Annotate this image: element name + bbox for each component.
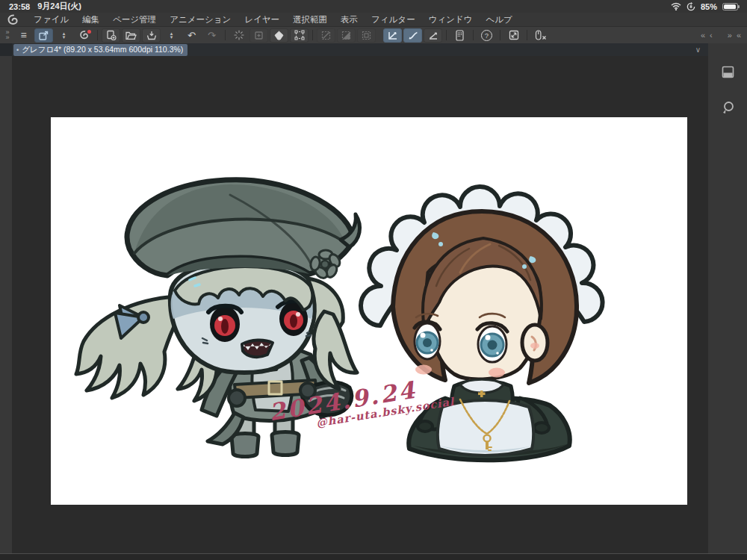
collapse-right-palette-button[interactable]: « xyxy=(737,31,741,40)
undo-button[interactable]: ↶ xyxy=(182,28,201,43)
canvas-artwork xyxy=(51,117,687,505)
menu-layer[interactable]: レイヤー xyxy=(244,14,279,25)
menu-animation[interactable]: アニメーション xyxy=(170,14,231,25)
left-palette-strip[interactable] xyxy=(0,56,12,553)
tab-list-chevron-icon[interactable]: ∨ xyxy=(695,46,701,54)
maria-figure xyxy=(76,180,360,457)
clip-studio-app: 23:58 9月24日(火) 85% ファイル 編集 ページ管理 アニメーション… xyxy=(0,0,747,560)
save-option-stepper[interactable]: ▴▾ xyxy=(162,28,181,43)
status-time: 23:58 xyxy=(9,2,30,11)
snap-to-special-ruler-button[interactable] xyxy=(403,28,422,43)
unsaved-dot-icon: • xyxy=(16,46,19,54)
companion-mode-button[interactable] xyxy=(450,28,469,43)
battery-percent: 85% xyxy=(701,2,717,11)
deselect-button[interactable] xyxy=(317,28,335,43)
wifi-icon xyxy=(671,2,681,10)
notification-dot xyxy=(87,30,91,34)
add-layer-button[interactable] xyxy=(249,28,268,43)
right-palette-strip xyxy=(708,56,747,553)
new-canvas-button[interactable] xyxy=(102,28,120,43)
panel-window-icon[interactable] xyxy=(718,62,737,81)
collapse-panel-left-double-button[interactable]: « xyxy=(701,31,705,40)
menu-file[interactable]: ファイル xyxy=(34,14,69,25)
clip-studio-logo-icon[interactable] xyxy=(7,14,19,25)
drawing-canvas[interactable]: 2024.9.24 @har-uta.bsky.social xyxy=(51,117,687,505)
clip-studio-home-button[interactable] xyxy=(75,28,93,43)
command-bar: »» ≡ ▴▾ ▴▾ ↶ ↷ xyxy=(0,26,747,43)
ipad-status-bar: 23:58 9月24日(火) 85% xyxy=(0,0,747,13)
open-file-button[interactable] xyxy=(122,28,140,43)
tool-switch-stepper[interactable]: ▴▾ xyxy=(55,28,73,43)
status-date: 9月24日(火) xyxy=(37,1,81,12)
save-button[interactable] xyxy=(142,28,161,43)
document-tab[interactable]: • グレフロ4* (89.20 x 53.64mm 600dpi 110.3%) xyxy=(13,44,187,56)
document-tab-title: グレフロ4* (89.20 x 53.64mm 600dpi 110.3%) xyxy=(22,45,183,55)
fill-tool-button[interactable] xyxy=(270,28,288,43)
menu-bar: ファイル 編集 ページ管理 アニメーション レイヤー 選択範囲 表示 フィルター… xyxy=(0,13,747,26)
processing-indicator-icon xyxy=(229,28,248,43)
menu-help[interactable]: ヘルプ xyxy=(486,14,512,25)
collapse-panel-right-button[interactable]: » xyxy=(728,31,732,40)
menu-edit[interactable]: 編集 xyxy=(82,14,99,25)
selection-border-button[interactable] xyxy=(357,28,376,43)
snap-to-grid-button[interactable] xyxy=(424,28,442,43)
invert-selection-button[interactable] xyxy=(337,28,356,43)
magnifier-navigator-icon[interactable] xyxy=(718,98,737,117)
touch-gesture-off-button[interactable] xyxy=(531,28,550,43)
workspace: 2024.9.24 @har-uta.bsky.social xyxy=(0,56,747,553)
bottom-edge-bar xyxy=(0,553,747,560)
collapse-panel-left-button[interactable]: ‹ xyxy=(710,31,713,40)
document-tab-bar: • グレフロ4* (89.20 x 53.64mm 600dpi 110.3%)… xyxy=(0,43,747,56)
rotation-lock-icon xyxy=(686,2,695,11)
fullscreen-toggle-button[interactable] xyxy=(504,28,523,43)
menu-view[interactable]: 表示 xyxy=(341,14,358,25)
main-menu-button[interactable]: ≡ xyxy=(14,28,33,43)
open-in-new-tool-button[interactable] xyxy=(34,28,53,43)
canvas-work-area: 2024.9.24 @har-uta.bsky.social xyxy=(12,56,708,553)
transform-button[interactable] xyxy=(290,28,309,43)
expand-left-palette-button[interactable]: »» xyxy=(1,30,13,40)
maid-figure xyxy=(361,187,603,460)
menu-window[interactable]: ウィンドウ xyxy=(429,14,473,25)
menu-filter[interactable]: フィルター xyxy=(371,14,415,25)
quick-access-help-button[interactable]: ? xyxy=(477,28,496,43)
redo-button[interactable]: ↷ xyxy=(202,28,221,43)
snap-to-ruler-button[interactable] xyxy=(383,28,402,43)
menu-selection[interactable]: 選択範囲 xyxy=(293,14,327,25)
menu-page-manage[interactable]: ページ管理 xyxy=(113,14,156,25)
battery-icon xyxy=(722,3,738,10)
